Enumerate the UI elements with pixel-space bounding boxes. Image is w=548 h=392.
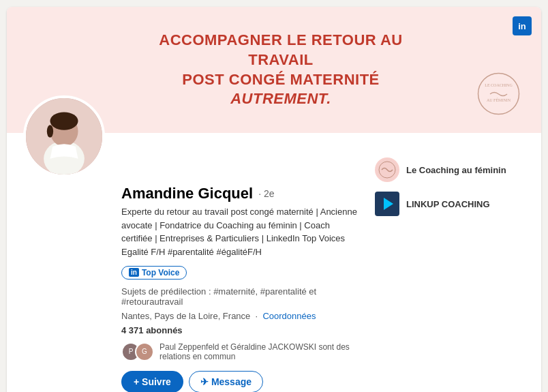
linkedin-icon[interactable]: in [513,16,532,35]
profile-headline: Experte du retour au travail post congé … [121,205,361,258]
followers-count: 4 371 abonnés [121,325,361,335]
profile-left: Amandine Gicquel · 2e Experte du retour … [121,144,361,392]
mutual-text: Paul Zeppenfeld et Géraldine JACKOWSKI s… [159,342,361,361]
play-icon [384,198,393,210]
svg-text:LE COACHING: LE COACHING [485,83,513,87]
name-line: Amandine Gicquel · 2e [121,185,361,202]
profile-card: ACCOMPAGNER LE RETOUR AU TRAVAIL POST CO… [7,7,541,392]
badge-label: Top Voice [142,268,180,277]
banner-title-italic: AUTREMENT. [230,90,331,107]
svg-text:AU FÉMININ: AU FÉMININ [487,97,511,102]
company-logo-coaching [375,157,399,182]
avatar [23,95,105,177]
banner-title-line2: POST CONGÉ MATERNITÉ [182,71,380,88]
message-icon: ✈ [200,376,209,387]
company-name-1: LINKUP COACHING [406,199,490,209]
company-logo-linkup [375,192,399,216]
follow-button[interactable]: + Suivre [121,371,183,393]
top-voice-badge: in Top Voice [121,266,187,280]
company-item-1[interactable]: LINKUP COACHING [375,192,525,216]
message-button[interactable]: ✈ Message [189,371,263,393]
mutual-avatars: P G [121,342,154,361]
profile-main: Amandine Gicquel · 2e Experte du retour … [121,144,525,392]
location-text: Nantes, Pays de la Loire, France [121,311,250,321]
banner-title: ACCOMPAGNER LE RETOUR AU TRAVAIL POST CO… [143,31,418,108]
linkedin-small-icon: in [129,268,139,277]
profile-name: Amandine Gicquel [121,185,253,202]
company-name-0: Le Coaching au féminin [406,165,506,175]
banner-title-line1: ACCOMPAGNER LE RETOUR AU TRAVAIL [159,31,403,68]
interests-text: Sujets de prédilection : #maternité, #pa… [121,286,361,307]
svg-point-8 [47,125,53,138]
mutual-connections: P G Paul Zeppenfeld et Géraldine JACKOWS… [121,342,361,361]
company-item-0[interactable]: Le Coaching au féminin [375,157,525,182]
profile-degree: · 2e [258,188,274,199]
location-line: Nantes, Pays de la Loire, France · Coord… [121,311,361,321]
profile-body: Amandine Gicquel · 2e Experte du retour … [105,133,541,392]
action-buttons: + Suivre ✈ Message Accéder à mon site we… [121,371,361,393]
svg-point-7 [50,112,78,130]
avatar-image [23,95,105,177]
brand-logo: LE COACHING AU FÉMININ [476,72,521,116]
coordonnees-link[interactable]: Coordonnées [262,311,316,321]
mutual-avatar-2: G [135,342,154,361]
profile-right: Le Coaching au féminin LINKUP COACHING [375,144,525,392]
